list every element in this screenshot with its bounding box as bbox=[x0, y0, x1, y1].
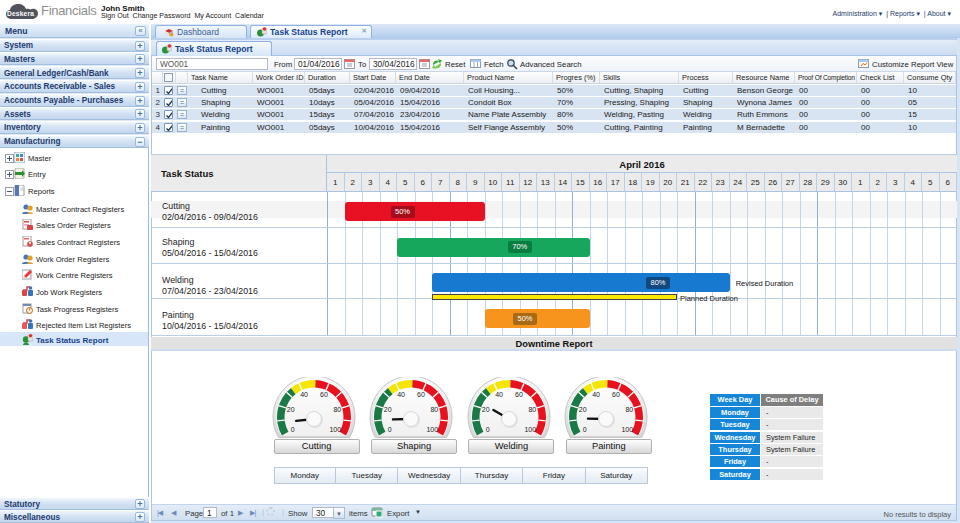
svg-text:100: 100 bbox=[524, 426, 536, 433]
svg-text:60: 60 bbox=[320, 391, 328, 398]
svg-text:80: 80 bbox=[333, 406, 341, 413]
svg-text:80: 80 bbox=[528, 406, 536, 413]
svg-text:0: 0 bbox=[388, 426, 392, 433]
svg-text:60: 60 bbox=[515, 391, 523, 398]
svg-text:20: 20 bbox=[287, 406, 295, 413]
svg-text:80: 80 bbox=[625, 406, 633, 413]
svg-text:0: 0 bbox=[291, 426, 295, 433]
svg-text:Deskera: Deskera bbox=[7, 10, 34, 17]
svg-text:40: 40 bbox=[592, 391, 600, 398]
svg-text:0: 0 bbox=[583, 426, 587, 433]
svg-text:80: 80 bbox=[431, 406, 439, 413]
svg-text:100: 100 bbox=[329, 426, 341, 433]
svg-text:100: 100 bbox=[621, 426, 633, 433]
svg-text:100: 100 bbox=[427, 426, 439, 433]
svg-text:0: 0 bbox=[486, 426, 490, 433]
svg-text:40: 40 bbox=[397, 391, 405, 398]
svg-text:40: 40 bbox=[300, 391, 308, 398]
svg-text:20: 20 bbox=[481, 406, 489, 413]
svg-text:20: 20 bbox=[579, 406, 587, 413]
svg-text:20: 20 bbox=[384, 406, 392, 413]
svg-text:60: 60 bbox=[612, 391, 620, 398]
svg-text:60: 60 bbox=[417, 391, 425, 398]
svg-text:40: 40 bbox=[495, 391, 503, 398]
